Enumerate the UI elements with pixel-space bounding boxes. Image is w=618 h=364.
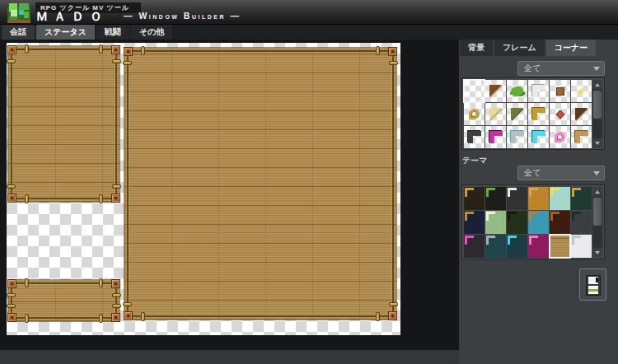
corner-brass-bracket[interactable] <box>528 103 549 125</box>
tab-other[interactable]: その他 <box>131 25 172 40</box>
theme-grid-scrollbar[interactable] <box>592 187 602 257</box>
window-frame-peg <box>123 302 132 306</box>
arrow-down-icon <box>595 142 600 145</box>
corner-silver-frame[interactable] <box>528 80 549 102</box>
window-frame-peg <box>112 184 121 189</box>
app-tagline: — Window Builder — <box>124 11 241 21</box>
save-button[interactable] <box>579 268 606 301</box>
corner-dark-leather[interactable] <box>571 103 592 125</box>
theme-teal-orange[interactable] <box>528 211 549 234</box>
window-frame-peg <box>112 59 121 63</box>
corner-wooden-bracket[interactable] <box>571 126 592 148</box>
theme-deepteal-gold[interactable] <box>571 187 592 210</box>
theme-maroon-leather[interactable] <box>550 211 570 234</box>
window-corner-ornament <box>124 311 133 320</box>
scrollbar-thumb[interactable] <box>593 91 602 119</box>
corner-leather-brown-icon <box>489 85 502 97</box>
corner-cyan-bracket[interactable] <box>528 126 549 148</box>
corner-dark-leather-icon <box>575 108 588 120</box>
theme-dark-foliage[interactable] <box>485 187 506 210</box>
tab-battle[interactable]: 戦闘 <box>96 25 129 40</box>
theme-magenta-pink[interactable] <box>528 235 549 258</box>
theme-dark-gold[interactable] <box>464 187 485 210</box>
scroll-up-button[interactable] <box>592 80 602 89</box>
theme-amber-corner-accent <box>529 188 538 197</box>
scroll-down-button[interactable] <box>592 248 602 257</box>
corner-grid-scrollbar[interactable] <box>592 80 602 147</box>
theme-white-paper[interactable] <box>571 235 592 258</box>
window-frame-peg <box>25 314 29 323</box>
tall-left-preview-window[interactable] <box>8 46 119 202</box>
window-frame-peg <box>99 194 103 203</box>
window-frame-peg <box>112 293 121 297</box>
theme-gray-silver[interactable] <box>507 187 527 210</box>
window-frame-peg <box>141 312 145 321</box>
theme-dark-cyan[interactable] <box>507 235 527 258</box>
arrow-down-icon <box>595 251 600 254</box>
window-frame-peg <box>7 184 16 189</box>
window-corner-ornament <box>124 47 133 56</box>
theme-filter-value: 全て <box>524 168 541 177</box>
corner-green-foliage[interactable] <box>507 80 527 102</box>
window-corner-ornament <box>7 313 16 322</box>
corner-magenta-bracket-icon <box>489 131 503 143</box>
chevron-down-icon <box>593 171 600 175</box>
theme-dark-magenta[interactable] <box>464 235 485 258</box>
tab-status[interactable]: ステータス <box>36 25 95 40</box>
window-frame-peg <box>389 302 398 306</box>
corner-pink-lace[interactable] <box>550 126 570 148</box>
window-frame-peg <box>99 44 103 54</box>
corner-filter-value: 全て <box>524 63 541 72</box>
window-corner-ornament <box>111 194 120 203</box>
corner-leather-brown[interactable] <box>485 80 506 102</box>
theme-wood[interactable] <box>550 235 570 258</box>
corner-charcoal-bracket[interactable] <box>464 126 485 148</box>
corner-gold-ornate[interactable] <box>464 103 485 125</box>
theme-charcoal[interactable] <box>571 211 592 234</box>
theme-navy-gold-corner-accent <box>465 212 474 221</box>
theme-amber[interactable] <box>528 187 549 210</box>
corner-red-ribbon[interactable] <box>550 103 570 125</box>
theme-green-plaid[interactable] <box>507 211 527 234</box>
theme-navy-gold[interactable] <box>464 211 485 234</box>
corner-cyan-bracket-icon <box>532 131 545 143</box>
tab-frame[interactable]: フレーム <box>494 40 545 56</box>
theme-maroon-leather-corner-accent <box>550 212 559 221</box>
small-bottom-preview-window[interactable] <box>8 280 119 321</box>
window-corner-ornament <box>111 279 120 288</box>
tab-corner[interactable]: コーナー <box>546 40 596 56</box>
corner-steel-bracket[interactable] <box>507 126 527 148</box>
corner-none[interactable] <box>464 80 485 102</box>
theme-green-plaid-corner-accent <box>508 212 517 221</box>
corner-yellow-star[interactable]: ★ <box>571 80 592 102</box>
corner-cream-triangle-icon <box>489 108 502 120</box>
theme-mint-star[interactable] <box>550 187 570 210</box>
window-frame-rod <box>127 50 394 317</box>
corner-parchment-square[interactable] <box>550 80 570 102</box>
window-corner-ornament <box>111 313 120 322</box>
tab-conversation[interactable]: 会話 <box>2 25 35 40</box>
window-frame-peg <box>376 312 380 321</box>
preview-canvas <box>0 40 459 350</box>
tab-background[interactable]: 背景 <box>460 40 493 56</box>
window-frame-peg <box>7 59 16 63</box>
main-preview-window[interactable] <box>124 48 396 320</box>
corner-gold-ornate-icon <box>469 109 480 119</box>
corner-parchment-square-icon <box>556 87 564 96</box>
scroll-up-button[interactable] <box>592 187 602 196</box>
scroll-down-button[interactable] <box>592 138 602 147</box>
window-frame-peg <box>99 278 103 287</box>
floppy-disk-icon <box>586 275 601 296</box>
window-frame-rod <box>11 49 117 199</box>
corner-filter-dropdown[interactable]: 全て <box>517 61 605 76</box>
corner-green-foliage-icon <box>511 86 523 96</box>
theme-sage[interactable] <box>485 211 506 234</box>
scrollbar-thumb[interactable] <box>593 198 602 226</box>
corner-magenta-bracket[interactable] <box>485 126 506 148</box>
corner-olive-triangle[interactable] <box>507 103 527 125</box>
theme-filter-dropdown[interactable]: 全て <box>517 166 605 180</box>
corner-cream-triangle[interactable] <box>485 103 506 125</box>
theme-teal-steel[interactable] <box>485 235 506 258</box>
window-frame-peg <box>123 61 132 65</box>
mado-window-builder-app: RPG ツクール MV ツール ＭＡＤＯ — Window Builder — … <box>0 0 618 364</box>
